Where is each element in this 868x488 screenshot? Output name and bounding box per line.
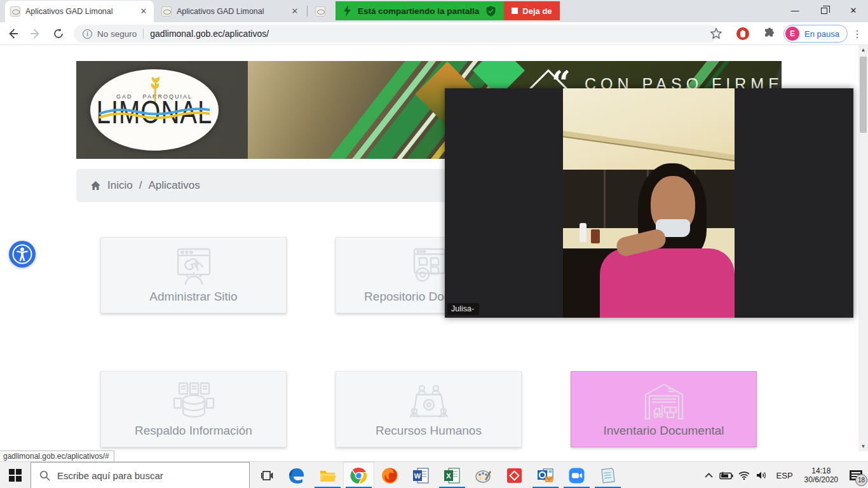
tray-battery[interactable] xyxy=(717,462,735,488)
card-recursos-humanos[interactable]: Recursos Humanos xyxy=(336,371,522,447)
notepad-icon xyxy=(599,467,616,484)
back-arrow-icon xyxy=(6,27,19,40)
browser-menu-button[interactable]: ⋮ xyxy=(851,28,863,40)
stop-sharing-button[interactable]: Deja de xyxy=(504,1,559,20)
task-view-icon xyxy=(261,470,273,482)
video-call-overlay[interactable]: Julisa- xyxy=(445,88,853,318)
chevron-up-icon xyxy=(705,473,713,478)
site-favicon xyxy=(10,6,20,17)
breadcrumb-separator: / xyxy=(139,179,142,192)
restore-icon xyxy=(821,8,827,14)
security-label: No seguro xyxy=(97,29,137,39)
windows-taskbar: Escribe aquí para buscar xyxy=(0,461,868,488)
url-text[interactable]: gadlimonal.gob.ec/aplicativos/ xyxy=(150,29,269,39)
speaker-icon xyxy=(756,471,767,480)
accessibility-widget-button[interactable] xyxy=(9,241,36,268)
browser-toolbar: i No seguro gadlimonal.gob.ec/aplicativo… xyxy=(0,22,868,45)
wifi-icon xyxy=(738,471,750,480)
toolbar-right: E En pausa ⋮ xyxy=(703,22,868,45)
scroll-down-icon[interactable]: ▼ xyxy=(858,442,868,451)
card-label: Recursos Humanos xyxy=(376,424,482,438)
taskbar-notepad[interactable] xyxy=(592,462,623,488)
screen-share-banner: Está compartiendo la pantalla Deja de xyxy=(336,1,560,20)
breadcrumb-home[interactable]: Inicio xyxy=(107,179,133,192)
system-tray: ESP 14:18 30/6/2020 18 xyxy=(701,462,868,488)
share-message: Está compartiendo la pantalla xyxy=(358,6,479,16)
taskbar-outlook[interactable] xyxy=(530,462,561,488)
tab-title: Aplicativos GAD Limonal xyxy=(25,7,133,16)
language-indicator[interactable]: ESP xyxy=(771,462,799,488)
paint-icon xyxy=(475,467,492,484)
taskbar-excel[interactable]: X xyxy=(437,462,468,488)
tray-wifi[interactable] xyxy=(735,462,753,488)
refresh-button[interactable] xyxy=(48,24,69,44)
hr-icon xyxy=(405,382,452,421)
minimize-button[interactable]: — xyxy=(780,0,810,21)
notification-badge: 18 xyxy=(855,474,867,486)
taskbar-chrome[interactable] xyxy=(343,462,374,488)
card-label: Administrar Sitio xyxy=(149,290,237,304)
tab-aplicativos-1[interactable]: Aplicativos GAD Limonal ✕ xyxy=(5,1,154,22)
tab-aplicativos-2[interactable]: Aplicativos GAD Limonal ✕ xyxy=(156,1,305,22)
card-inventario-documental[interactable]: Inventario Documental xyxy=(571,371,757,447)
svg-text:W: W xyxy=(414,472,421,480)
scroll-up-icon[interactable]: ▲ xyxy=(858,45,868,55)
taskbar-word[interactable]: W xyxy=(405,462,437,488)
file-explorer-icon xyxy=(319,467,336,484)
tab-strip: Aplicativos GAD Limonal ✕ Aplicativos GA… xyxy=(0,0,868,22)
card-administrar-sitio[interactable]: Administrar Sitio xyxy=(100,237,287,313)
extensions-button[interactable] xyxy=(759,24,780,44)
windows-logo-icon xyxy=(9,469,22,482)
taskbar-zoom[interactable] xyxy=(561,462,592,488)
taskbar-firefox[interactable] xyxy=(374,462,405,488)
start-button[interactable] xyxy=(0,462,31,488)
word-icon: W xyxy=(412,467,430,484)
clock-date: 30/6/2020 xyxy=(804,475,838,484)
close-button[interactable]: ✕ xyxy=(839,0,868,21)
card-label: Respaldo Información xyxy=(135,424,252,438)
taskbar-paint[interactable] xyxy=(468,462,499,488)
gad-limonal-logo: GAD PARROQUIAL LIMONAL xyxy=(90,69,219,151)
chrome-icon xyxy=(350,467,367,484)
taskbar-red-app[interactable] xyxy=(499,462,530,488)
tab-title: Aplicativos GAD Limonal xyxy=(177,7,285,16)
tray-volume[interactable] xyxy=(753,462,771,488)
adblock-extension-button[interactable] xyxy=(733,24,753,44)
bookmark-button[interactable] xyxy=(706,24,726,44)
url-divider xyxy=(143,29,144,39)
outlook-icon xyxy=(537,467,554,484)
clock[interactable]: 14:18 30/6/2020 xyxy=(799,462,844,488)
site-admin-icon xyxy=(170,248,217,287)
taskbar-file-explorer[interactable] xyxy=(312,462,343,488)
tab-partial-3[interactable]: E xyxy=(310,1,336,22)
search-icon xyxy=(39,470,50,481)
firefox-icon xyxy=(381,467,398,484)
back-button[interactable] xyxy=(3,24,23,44)
site-favicon xyxy=(161,6,172,17)
profile-chip[interactable]: E En pausa xyxy=(783,25,848,43)
forward-arrow-icon xyxy=(29,27,42,40)
page-info-icon[interactable]: i xyxy=(83,29,92,39)
restore-button[interactable] xyxy=(810,0,839,21)
tab-close-icon[interactable]: ✕ xyxy=(290,6,300,17)
clock-time: 14:18 xyxy=(804,466,838,475)
address-bar[interactable]: i No seguro gadlimonal.gob.ec/aplicativo… xyxy=(74,25,718,43)
page-scrollbar[interactable]: ▲ ▼ xyxy=(858,45,868,451)
action-center-button[interactable]: 18 xyxy=(844,462,868,488)
participant-video xyxy=(563,88,735,318)
red-diamond-app-icon xyxy=(506,467,523,484)
accessibility-icon xyxy=(11,243,33,265)
task-view-button[interactable] xyxy=(253,462,281,488)
taskbar-edge[interactable] xyxy=(281,462,312,488)
card-respaldo-informacion[interactable]: Respaldo Información xyxy=(100,371,287,447)
participant-name-label: Julisa- xyxy=(447,303,479,315)
adblock-hand-icon xyxy=(736,27,750,41)
forward-button[interactable] xyxy=(25,24,46,44)
breadcrumb-current: Aplicativos xyxy=(148,179,200,192)
taskbar-search[interactable]: Escribe aquí para buscar xyxy=(31,462,250,488)
card-label: Inventario Documental xyxy=(603,424,724,438)
tray-expand-button[interactable] xyxy=(701,462,717,488)
home-icon[interactable] xyxy=(90,180,101,191)
tab-close-icon[interactable]: ✕ xyxy=(139,6,149,17)
scrollbar-thumb[interactable] xyxy=(860,57,867,133)
